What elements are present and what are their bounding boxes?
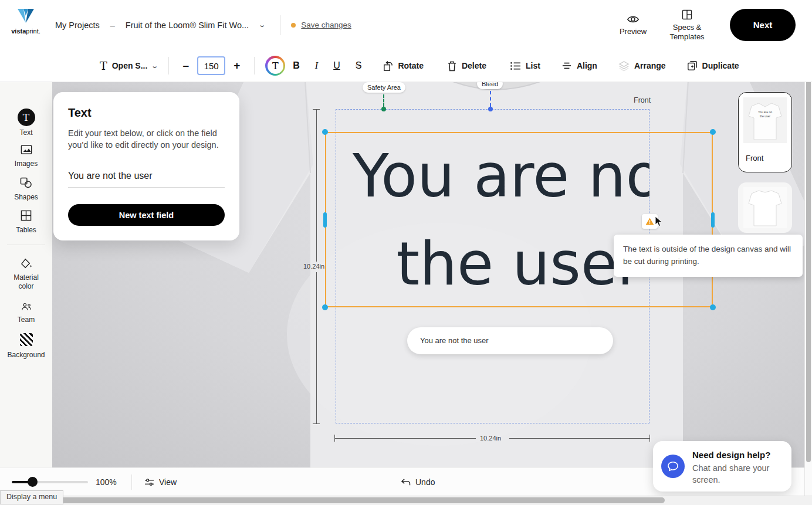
duplicate-button[interactable]: Duplicate [687,60,739,71]
font-size-increase-button[interactable]: + [230,59,243,72]
tables-icon [21,210,32,221]
rotate-button[interactable]: Rotate [382,60,424,72]
back-view-thumbnail[interactable] [738,182,792,233]
italic-button[interactable]: I [315,60,318,71]
text-tool-icon: T [18,109,35,126]
resize-handle-bottom-right[interactable] [710,304,716,310]
resize-handle-top-right[interactable] [710,129,716,135]
zoom-level-value: 100% [96,477,117,487]
underline-button[interactable]: U [333,60,340,71]
dim-line-horizontal-left [335,438,476,439]
sidebar-divider [7,245,45,245]
header-divider [280,15,280,35]
front-thumbnail-image: You are nothe user [743,97,787,143]
list-label: List [526,61,540,70]
chat-subtitle: Chat and share your screen. [692,462,780,486]
list-button[interactable]: List [510,61,540,71]
vistaprint-v-icon [15,7,36,25]
help-chat-card[interactable]: Need design help? Chat and share your sc… [653,441,791,492]
align-label: Align [577,61,597,70]
dim-line-vertical-lower [316,272,317,423]
text-panel-title: Text [68,106,225,120]
trash-icon [447,60,457,72]
mouse-cursor [655,216,663,230]
resize-handle-middle-left[interactable] [323,212,327,228]
front-view-thumbnail[interactable]: You are nothe user Front [738,92,792,172]
arrange-label: Arrange [634,61,666,70]
sidebar-item-shapes[interactable]: Shapes [0,177,52,202]
dim-line-horizontal-right [509,438,649,439]
toolbar-divider [168,57,169,74]
format-toolbar: T Open S... ⌄ – + T B I U S Rotate Delet [0,50,812,82]
bold-button[interactable]: B [293,60,300,71]
view-sliders-icon [144,478,154,487]
arrange-button[interactable]: Arrange [618,60,666,72]
sidebar-item-tables[interactable]: Tables [0,210,52,235]
breadcrumb: My Projects – Fruit of the Loom® Slim Fi… [55,0,351,50]
sidebar-item-text[interactable]: T Text [0,109,52,137]
front-thumbnail-label: Front [746,154,763,162]
font-size-decrease-button[interactable]: – [180,59,193,72]
breadcrumb-separator: – [110,21,115,30]
strikethrough-button[interactable]: S [356,60,362,71]
header-actions: Preview Specs &Templates Next [614,0,796,50]
project-chevron-down-icon[interactable]: ⌄ [258,21,266,29]
sidebar-item-background[interactable]: Background [0,333,52,360]
new-text-field-button[interactable]: New text field [68,204,225,226]
sidebar-item-images[interactable]: Images [0,144,52,168]
save-changes-link[interactable]: Save changes [301,21,351,29]
background-icon [20,333,33,346]
vistaprint-wordmark: vistaprint. [11,28,41,35]
save-changes[interactable]: Save changes [291,21,351,29]
text-panel-description: Edit your text below, or click on the fi… [68,127,225,151]
font-size-input[interactable] [197,56,225,75]
bleed-connector [490,91,491,107]
specs-templates-button[interactable]: Specs &Templates [668,9,706,42]
horizontal-scrollbar-thumb[interactable] [1,497,665,503]
align-icon [561,61,572,70]
safety-area-tag: Safety Area [363,82,405,93]
safety-area-dot [381,107,386,111]
text-field-input[interactable] [68,167,225,188]
images-icon [21,144,32,155]
delete-label: Delete [462,61,486,70]
text-panel: Text Edit your text below, or click on t… [53,92,239,240]
rotate-icon [382,60,393,72]
width-dimension-label: 10.24in [480,435,501,442]
delete-button[interactable]: Delete [447,60,486,72]
canvas-side-label: Front [634,96,651,104]
resize-handle-bottom-left[interactable] [322,304,328,310]
dim-tick-right [649,435,650,442]
resize-handle-middle-right[interactable] [711,212,715,228]
top-header: vistaprint. My Projects – Fruit of the L… [0,0,812,50]
arrange-layers-icon [618,60,630,72]
specs-templates-label: Specs &Templates [669,23,704,42]
preview-button[interactable]: Preview [614,14,652,36]
font-family-dropdown[interactable]: T Open S... ⌄ [100,59,158,72]
vistaprint-logo[interactable]: vistaprint. [11,7,41,35]
team-icon [21,303,32,311]
browser-status-tooltip: Display a menu [0,490,63,504]
resize-handle-top-left[interactable] [322,129,328,135]
breadcrumb-my-projects[interactable]: My Projects [55,21,100,30]
zoom-slider-knob[interactable] [28,477,38,487]
undo-button[interactable]: Undo [401,475,435,489]
toolbar-divider [254,57,255,74]
thumb-text-line2: the user [743,114,787,118]
next-button[interactable]: Next [730,9,796,41]
left-sidebar: T Text Images Shapes Tables [0,82,52,467]
dim-tick-bottom [313,423,320,424]
text-color-button[interactable]: T [265,56,285,76]
bottom-bar-divider [131,475,132,490]
undo-label: Undo [415,477,435,487]
sidebar-item-material-color[interactable]: Material color [0,258,52,291]
shapes-icon [20,177,32,188]
view-menu-button[interactable]: View [144,475,177,489]
font-icon: T [100,59,107,72]
height-dimension-label: 10.24in [303,263,324,270]
duplicate-icon [687,60,698,71]
sidebar-item-team[interactable]: Team [0,303,52,324]
canvas-text-field-pill[interactable]: You are not the user [407,327,613,354]
thumb-text-line1: You are no [743,110,787,114]
align-button[interactable]: Align [561,61,597,70]
